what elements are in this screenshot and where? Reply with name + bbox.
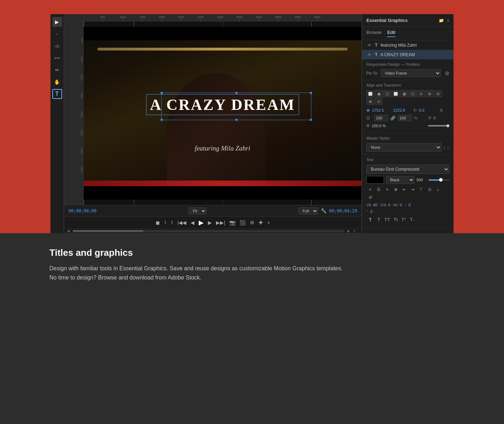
trim-tool[interactable]: ◁▷: [52, 41, 62, 51]
play-button[interactable]: ▶: [199, 219, 204, 226]
small-caps-btn[interactable]: Tt: [392, 216, 400, 223]
layer-label-1: featuring Mila Zahri: [380, 43, 449, 48]
slip-tool[interactable]: ⟺: [52, 53, 62, 63]
italic-btn[interactable]: T: [375, 216, 383, 223]
baseline-value[interactable]: 0: [370, 210, 372, 214]
tracking-value[interactable]: 0: [400, 203, 402, 207]
metrics-row-1: VA 40 V/A 0 AV 0 ↕ 0: [366, 203, 449, 207]
align-bottom-left[interactable]: ⊡: [417, 90, 425, 97]
prev-mark-icon[interactable]: ⌇: [164, 220, 167, 225]
download-style-icon[interactable]: ↓: [443, 145, 445, 150]
pin-to-label: Pin To:: [366, 71, 378, 75]
subscript-btn[interactable]: T₋: [409, 216, 416, 223]
indent-left-btn[interactable]: ⇤: [400, 186, 408, 193]
scroll-left-handle[interactable]: ◀: [67, 229, 73, 233]
y-value[interactable]: 2222.8: [393, 108, 409, 112]
font-size-value[interactable]: 40: [373, 203, 377, 207]
add-icon[interactable]: +: [267, 220, 270, 225]
vert-align-bot-btn[interactable]: ⊥: [434, 186, 442, 193]
align-left-top[interactable]: ⬜: [366, 90, 374, 97]
scale-y-input[interactable]: [398, 115, 412, 121]
pen-tool[interactable]: ✏: [52, 65, 62, 75]
font-color-swatch[interactable]: [366, 176, 384, 184]
go-start-icon[interactable]: |◀◀: [178, 220, 187, 225]
leading-value[interactable]: 0: [408, 203, 410, 207]
handle-tl: [161, 92, 163, 94]
scroll-track[interactable]: [73, 230, 344, 232]
tab-browse[interactable]: Browse: [366, 30, 382, 37]
ripple-tool[interactable]: ↔: [52, 29, 62, 39]
wrench-icon[interactable]: 🔧: [321, 208, 326, 213]
handle-tr: [310, 92, 312, 94]
next-mark-icon[interactable]: ⌇: [171, 220, 173, 225]
step-forward-icon[interactable]: ▶: [208, 220, 212, 225]
font-family-select[interactable]: Bureau Grot Compressed: [366, 165, 449, 174]
align-bottom-right[interactable]: ⊟: [434, 90, 442, 97]
layer-crazy-dream[interactable]: 👁 T A CRAZY DREAM: [362, 50, 454, 59]
hand-tool[interactable]: ✋: [52, 77, 62, 87]
link-icon[interactable]: 🔗: [390, 116, 396, 120]
markers-icon[interactable]: ⬛: [240, 220, 246, 225]
align-right-top[interactable]: ⬛: [383, 90, 391, 97]
x-value[interactable]: 1752.5: [372, 108, 388, 112]
weight-slider-thumb[interactable]: [439, 178, 443, 182]
vert-align-top-btn[interactable]: ⊤: [417, 186, 425, 193]
top-letterbox: [84, 27, 361, 40]
align-left-center[interactable]: ⬜: [392, 90, 400, 97]
align-right-center[interactable]: ⬛: [409, 90, 416, 97]
align-center-top[interactable]: ▣: [375, 90, 383, 97]
master-styles-select[interactable]: None: [366, 143, 442, 152]
layer-featuring[interactable]: 👁 T featuring Mila Zahri: [362, 40, 454, 50]
scale-x-input[interactable]: [374, 115, 388, 121]
upload-style-icon[interactable]: ↑: [447, 145, 449, 150]
timeline-scrollbar[interactable]: ◀ ▶ ⊕: [64, 229, 361, 233]
add-track-icon[interactable]: ⊕: [350, 229, 359, 233]
align-center-center[interactable]: ▦: [400, 90, 408, 97]
text-direction-btn[interactable]: ⇄: [366, 194, 374, 201]
all-caps-btn[interactable]: TT: [383, 216, 391, 223]
superscript-btn[interactable]: T⁺: [400, 216, 408, 223]
bold-btn[interactable]: T: [366, 216, 374, 223]
vert-align-mid-btn[interactable]: ⊡: [426, 186, 433, 193]
camera-icon[interactable]: 📷: [229, 220, 235, 225]
step-back-icon[interactable]: ◀: [191, 220, 194, 225]
font-color-select[interactable]: Black: [386, 176, 414, 184]
type-tool[interactable]: T: [52, 89, 62, 99]
align-justify-btn[interactable]: ≣: [392, 186, 400, 193]
distribute-v[interactable]: ⊡: [375, 98, 383, 105]
uniform-scale-value[interactable]: 100.0 %: [372, 124, 388, 128]
align-center-btn[interactable]: ☰: [375, 186, 383, 193]
align-left-btn[interactable]: ≡: [366, 186, 374, 193]
fit-select[interactable]: Fit: [188, 207, 206, 214]
mark-in-icon[interactable]: ◼: [156, 220, 160, 225]
uniform-slider-thumb[interactable]: [446, 124, 449, 127]
reset-icon[interactable]: ↺: [428, 116, 431, 120]
select-tool[interactable]: ▶: [52, 17, 62, 27]
rotation-value[interactable]: 0.0: [419, 108, 435, 112]
quality-select[interactable]: Full: [298, 207, 318, 214]
indent-right-btn[interactable]: ⇥: [409, 186, 416, 193]
align-right-btn[interactable]: ≡: [383, 186, 391, 193]
kerning-value[interactable]: 0: [388, 203, 390, 207]
video-controls-bar: 00;00;00;00 Fit Full 🔧 00;00;04;29: [64, 205, 361, 216]
distribute-h[interactable]: ⊠: [366, 98, 374, 105]
scroll-thumb[interactable]: [73, 230, 143, 232]
weight-slider-track[interactable]: [428, 179, 449, 181]
visibility-icon-1[interactable]: 👁: [366, 43, 372, 47]
go-end-icon[interactable]: ▶▶|: [216, 220, 225, 225]
cross-icon[interactable]: ✚: [259, 220, 263, 225]
opacity-value[interactable]: 0: [433, 116, 449, 120]
panel-menu-icon[interactable]: ≡: [447, 18, 449, 23]
settings-icon[interactable]: ⚙: [250, 220, 254, 225]
align-bottom-center[interactable]: ⊞: [426, 90, 433, 97]
ruler-mark-4500: 4500: [256, 16, 262, 21]
rotation-extra[interactable]: 0: [440, 108, 454, 112]
subtitle-overlay: featuring Mila Zahri: [195, 145, 250, 152]
folder-icon[interactable]: 📁: [439, 18, 444, 23]
kerning-icon: V/A: [380, 203, 386, 207]
pin-to-select[interactable]: Video Frame: [381, 69, 441, 77]
visibility-icon-2[interactable]: 👁: [366, 53, 372, 57]
tab-edit[interactable]: Edit: [387, 30, 395, 37]
scroll-right-handle[interactable]: ▶: [344, 229, 350, 233]
text-section: Text Bureau Grot Compressed Black 500: [362, 155, 454, 228]
